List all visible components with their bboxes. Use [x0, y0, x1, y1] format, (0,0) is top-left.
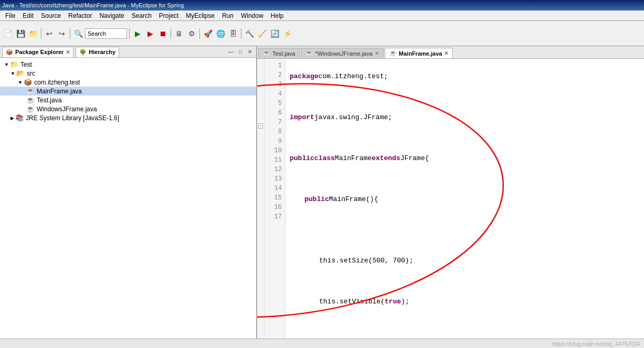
code-editor[interactable]: − 1 2 3 4 5 6 7	[257, 59, 644, 339]
toolbar-saveall-btn[interactable]: 📁	[27, 28, 39, 39]
tab-mainframe-label: MainFrame.java	[399, 50, 442, 57]
code-line-6	[290, 174, 640, 184]
toolbar-refresh-btn[interactable]: 🔄	[269, 28, 280, 39]
code-line-1: package com.itzheng.test;	[290, 71, 640, 82]
toolbar-deploy-btn[interactable]: 🚀	[202, 28, 214, 39]
tab-test-java-label: Test.java	[272, 50, 295, 57]
menu-project[interactable]: Project	[156, 12, 182, 20]
hierarchy-tab[interactable]: 🌳 Hierarchy	[76, 47, 119, 57]
toolbar-redo-btn[interactable]: ↪	[56, 28, 68, 39]
toolbar-undo-btn[interactable]: ↩	[44, 28, 55, 39]
tab-mainframe-java[interactable]: ☕ MainFrame.java ✕	[385, 48, 453, 58]
toolbar-perspective-btn[interactable]: 🖥	[173, 28, 185, 39]
menu-bar: File Edit Source Refactor Navigate Searc…	[0, 10, 644, 21]
tree-package[interactable]: ▼ 📦 com.itzheng.test	[0, 78, 256, 87]
watermark: https://blog.csdn.net/qq_44757034	[552, 341, 641, 347]
code-line-2	[290, 92, 640, 102]
title-text: Java - Test/src/com/itzheng/test/MainFra…	[2, 2, 184, 8]
menu-edit[interactable]: Edit	[19, 12, 37, 20]
toolbar-sep5	[199, 28, 200, 39]
code-line-4	[290, 133, 640, 143]
tree-jre[interactable]: ▶ 📚 JRE System Library [JavaSE-1.6]	[0, 113, 256, 122]
toolbar-debug-btn[interactable]: ▶	[132, 28, 143, 39]
project-icon: 📁	[10, 60, 18, 68]
tab-mainframe-close[interactable]: ✕	[444, 50, 448, 56]
jre-label: JRE System Library [JavaSE-1.6]	[26, 114, 119, 122]
tree-project[interactable]: ▼ 📁 Test	[0, 60, 256, 69]
tab-windowsjframe-icon: ☕	[305, 50, 313, 57]
package-explorer-tab[interactable]: 📦 Package Explorer ✕	[2, 47, 73, 57]
minimize-panel-btn[interactable]: —	[227, 48, 235, 56]
toolbar-navigate-btn[interactable]: ⚡	[281, 28, 293, 39]
tree-test[interactable]: ☕ Test.java	[0, 96, 256, 104]
toolbar-search-btn[interactable]: 🔍	[72, 28, 84, 39]
package-label: com.itzheng.test	[34, 79, 80, 86]
tab-windowsjframe-java[interactable]: ☕ *WindowsJFrame.java ✕	[301, 48, 383, 58]
toolbar-clean-btn[interactable]: 🧹	[256, 28, 268, 39]
toolbar-server-btn[interactable]: 🌐	[215, 28, 226, 39]
code-line-10: this.setSize(500, 700);	[290, 256, 640, 266]
toolbar-new-btn[interactable]: 📄	[2, 28, 14, 39]
expand-project-icon: ▼	[4, 62, 9, 67]
package-explorer-close[interactable]: ✕	[66, 49, 70, 55]
panel-header: 📦 Package Explorer ✕ 🌳 Hierarchy — □ ✕	[0, 46, 256, 58]
menu-myeclipse[interactable]: MyEclipse	[183, 12, 218, 20]
line-numbers: 1 2 3 4 5 6 7 8 9 10 11 12 13 14 15 16 1…	[265, 59, 286, 339]
src-label: src	[27, 70, 35, 77]
toolbar-sep4	[171, 28, 171, 39]
code-content[interactable]: package com.itzheng.test; import javax.s…	[286, 59, 644, 339]
package-folder-icon: 📦	[24, 78, 32, 86]
menu-run[interactable]: Run	[219, 12, 237, 20]
workspace: 📦 Package Explorer ✕ 🌳 Hierarchy — □ ✕ ▼…	[0, 46, 644, 339]
expand-jre-icon: ▶	[10, 115, 14, 121]
code-line-3: import javax.swing.JFrame;	[290, 112, 640, 123]
menu-navigate[interactable]: Navigate	[96, 12, 127, 20]
close-panel-btn[interactable]: ✕	[246, 48, 254, 56]
tab-mainframe-icon: ☕	[389, 50, 397, 57]
tab-windowsjframe-close[interactable]: ✕	[375, 50, 379, 56]
tab-test-java-icon: ☕	[263, 50, 270, 57]
mainframe-icon: ☕	[26, 87, 35, 95]
maximize-panel-btn[interactable]: □	[236, 48, 245, 56]
code-line-12: this.setVisible(true);	[290, 297, 640, 307]
toolbar-stop-btn[interactable]: ⏹	[157, 28, 168, 39]
hierarchy-icon: 🌳	[79, 49, 87, 56]
toolbar-sep1	[41, 28, 41, 39]
package-explorer-panel: 📦 Package Explorer ✕ 🌳 Hierarchy — □ ✕ ▼…	[0, 46, 257, 339]
tab-test-java[interactable]: ☕ Test.java	[258, 48, 300, 58]
toolbar-build-btn[interactable]: 🔨	[244, 28, 255, 39]
tree-mainframe[interactable]: ☕ MainFrame.java	[0, 87, 256, 96]
tree-windowsjframe[interactable]: ☕ WindowsJFrame.java	[0, 104, 256, 113]
fold-constructor-icon[interactable]: −	[258, 123, 263, 129]
menu-file[interactable]: File	[2, 12, 18, 20]
menu-help[interactable]: Help	[268, 12, 287, 20]
code-line-13	[290, 317, 640, 328]
title-bar: Java - Test/src/com/itzheng/test/MainFra…	[0, 0, 644, 10]
expand-package-icon: ▼	[18, 80, 23, 85]
editor-area: ☕ Test.java ☕ *WindowsJFrame.java ✕ ☕ Ma…	[257, 46, 644, 339]
code-line-8	[290, 215, 640, 225]
package-icon: 📦	[6, 49, 13, 56]
code-line-7: public MainFrame(){	[290, 194, 640, 205]
editor-tabs: ☕ Test.java ☕ *WindowsJFrame.java ✕ ☕ Ma…	[257, 46, 644, 59]
toolbar-run-btn[interactable]: ▶	[144, 28, 156, 39]
panel-actions: — □ ✕	[227, 48, 254, 56]
tree-src[interactable]: ▼ 📂 src	[0, 69, 256, 78]
toolbar-window-btn[interactable]: ⚙	[186, 28, 197, 39]
menu-source[interactable]: Source	[38, 12, 64, 20]
jre-icon: 📚	[15, 114, 24, 122]
code-line-5: public class MainFrame extends JFrame {	[290, 153, 640, 164]
menu-search[interactable]: Search	[129, 12, 155, 20]
menu-refactor[interactable]: Refactor	[65, 12, 95, 20]
toolbar-sep6	[241, 28, 241, 39]
test-icon: ☕	[26, 96, 35, 104]
toolbar-db-btn[interactable]: 🗄	[227, 28, 239, 39]
menu-window[interactable]: Window	[238, 12, 267, 20]
search-input[interactable]	[85, 28, 127, 39]
tree-view: ▼ 📁 Test ▼ 📂 src ▼ 📦 com.itzheng.test	[0, 58, 256, 339]
windowsjframe-icon: ☕	[26, 105, 35, 113]
status-bar: https://blog.csdn.net/qq_44757034	[0, 339, 644, 348]
src-icon: 📂	[16, 69, 25, 77]
mainframe-label: MainFrame.java	[37, 88, 82, 95]
toolbar-save-btn[interactable]: 💾	[15, 28, 26, 39]
